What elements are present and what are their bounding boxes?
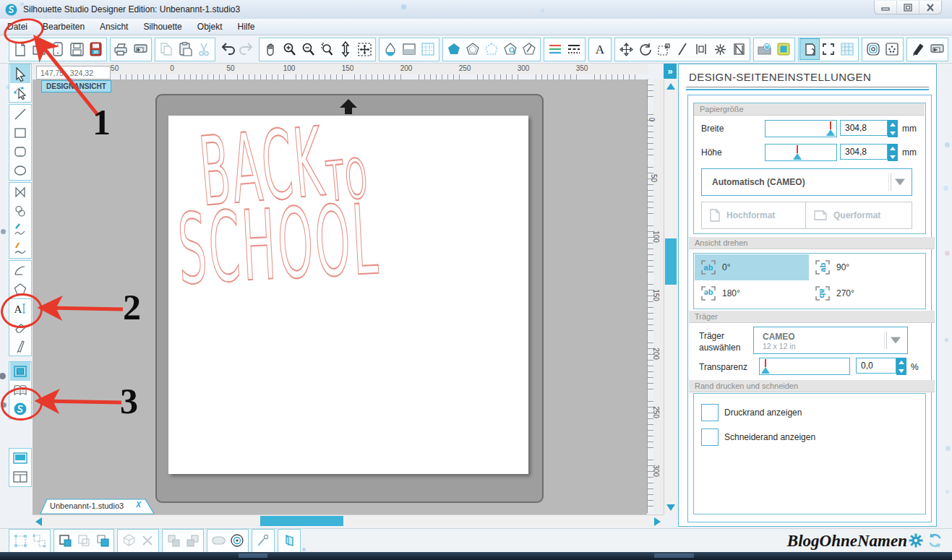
- cut-border-checkbox[interactable]: [701, 428, 719, 446]
- registration-marks-icon[interactable]: [819, 39, 838, 59]
- offset-icon[interactable]: [864, 39, 883, 59]
- save-button[interactable]: [67, 39, 86, 59]
- rotate-270-button[interactable]: ab 270°: [809, 280, 923, 306]
- text-style-icon[interactable]: A: [591, 39, 609, 59]
- cut-button[interactable]: [194, 39, 213, 59]
- menu-objekt[interactable]: Objekt: [197, 20, 231, 33]
- open-library-button[interactable]: [48, 39, 67, 59]
- sketch-spray-icon[interactable]: [254, 530, 273, 551]
- print-border-checkbox[interactable]: [701, 404, 719, 421]
- split-view-tool[interactable]: [10, 468, 30, 486]
- curve-tool[interactable]: [10, 202, 30, 220]
- page-color-icon[interactable]: [400, 39, 419, 59]
- rhinestone-dots-icon[interactable]: [883, 39, 901, 59]
- scale-icon[interactable]: [654, 39, 673, 59]
- pan-icon[interactable]: [261, 39, 280, 59]
- vertical-scroll-thumb[interactable]: [665, 238, 677, 285]
- freehand-tool[interactable]: [10, 220, 30, 239]
- zoom-in-icon[interactable]: [280, 39, 299, 59]
- send-to-cut-icon[interactable]: [927, 39, 946, 59]
- bring-forward-icon[interactable]: [183, 530, 202, 551]
- horizontal-scrollbar[interactable]: [33, 514, 664, 527]
- rhinestone-icon[interactable]: [482, 39, 501, 59]
- zoom-scale-icon[interactable]: [336, 39, 355, 59]
- height-value-input[interactable]: 304,8: [840, 144, 888, 160]
- width-slider[interactable]: [765, 120, 837, 137]
- fit-to-page-icon[interactable]: [355, 39, 374, 59]
- menu-bearbeiten[interactable]: Bearbeiten: [43, 20, 93, 33]
- zoom-selection-icon[interactable]: [317, 39, 336, 59]
- pattern-icon[interactable]: [501, 39, 520, 59]
- rounded-rectangle-tool[interactable]: [10, 142, 30, 161]
- polygon-tool[interactable]: [10, 183, 30, 202]
- send-to-silhouette-button[interactable]: [131, 39, 150, 59]
- emboss-icon[interactable]: [463, 39, 482, 59]
- delete-icon[interactable]: [138, 530, 157, 551]
- rotate-90-button[interactable]: ab 90°: [809, 254, 923, 280]
- group-icon[interactable]: [11, 530, 30, 551]
- select-tool[interactable]: [10, 64, 30, 83]
- scroll-up-arrow[interactable]: [666, 83, 675, 90]
- height-spinner[interactable]: [888, 144, 898, 161]
- menu-silhouette[interactable]: Silhouette: [143, 20, 189, 33]
- grid-settings-icon[interactable]: [419, 39, 437, 59]
- sync-icon[interactable]: [927, 533, 943, 548]
- pixscan-icon[interactable]: M: [755, 39, 774, 59]
- menu-ansicht[interactable]: Ansicht: [100, 20, 136, 33]
- maximize-button[interactable]: [896, 1, 919, 14]
- width-spinner[interactable]: [888, 120, 898, 137]
- offset-concentric-icon[interactable]: [228, 530, 246, 551]
- open-document-button[interactable]: [30, 39, 48, 59]
- document-tab[interactable]: Unbenannt-1.studio3 X: [40, 499, 155, 514]
- shadow-3d-icon[interactable]: [119, 530, 138, 551]
- line-style-icon[interactable]: [565, 39, 583, 59]
- landscape-button[interactable]: Querformat: [805, 202, 912, 229]
- tab-close-icon[interactable]: X: [136, 501, 141, 509]
- line-tool[interactable]: [10, 105, 30, 124]
- scroll-left-arrow[interactable]: [35, 517, 42, 526]
- cutout-icon[interactable]: [520, 39, 539, 59]
- portrait-button[interactable]: Hochformat: [701, 202, 806, 229]
- weld-icon[interactable]: [209, 530, 228, 551]
- redo-button[interactable]: [237, 39, 256, 59]
- horizontal-scroll-thumb[interactable]: [260, 516, 343, 526]
- smooth-freehand-tool[interactable]: [10, 239, 30, 258]
- knife-tool[interactable]: [10, 337, 30, 356]
- ellipse-tool[interactable]: [10, 161, 30, 180]
- single-view-tool[interactable]: [10, 449, 30, 468]
- menu-hilfe[interactable]: Hilfe: [237, 20, 262, 33]
- rotate-180-button[interactable]: qe 180°: [695, 280, 809, 306]
- fill-shape-icon[interactable]: [445, 39, 463, 59]
- settings-gear-icon[interactable]: [908, 533, 924, 548]
- panel-expand-button[interactable]: »: [664, 64, 677, 79]
- print-button[interactable]: [112, 39, 131, 59]
- mat-dropdown[interactable]: CAMEO 12 x 12 in: [753, 327, 908, 354]
- transparency-spinner[interactable]: [896, 358, 906, 375]
- copy-button[interactable]: [157, 39, 176, 59]
- grid-icon[interactable]: [838, 39, 857, 59]
- scroll-down-arrow[interactable]: [666, 504, 675, 511]
- save-to-library-button[interactable]: 3D: [86, 39, 105, 59]
- transparency-slider[interactable]: [759, 358, 850, 375]
- fill-color-icon[interactable]: [381, 39, 400, 59]
- nest-icon[interactable]: [729, 39, 748, 59]
- point-edit-tool[interactable]: [10, 83, 30, 102]
- width-value-input[interactable]: 304,8: [840, 120, 888, 136]
- arc-tool[interactable]: [10, 261, 30, 280]
- zoom-out-icon[interactable]: [299, 39, 317, 59]
- design-page-settings-button[interactable]: [800, 39, 819, 59]
- bring-to-front-icon[interactable]: [93, 530, 112, 551]
- rotate-icon[interactable]: [635, 39, 654, 59]
- vertical-scrollbar[interactable]: [664, 79, 677, 514]
- design-page[interactable]: BACK TO SCHOOL: [168, 116, 528, 474]
- replicate-icon[interactable]: [711, 39, 729, 59]
- height-slider[interactable]: [765, 144, 837, 161]
- mirror-3d-icon[interactable]: [280, 530, 299, 551]
- trace-icon[interactable]: [774, 39, 793, 59]
- ungroup-icon[interactable]: [30, 530, 48, 551]
- artwork-back-to-school[interactable]: BACK TO SCHOOL: [168, 116, 528, 474]
- paper-preset-dropdown[interactable]: Automatisch (CAMEO): [701, 168, 912, 196]
- sketch-pen-icon[interactable]: [909, 39, 927, 59]
- line-color-icon[interactable]: [546, 39, 565, 59]
- transparency-value-input[interactable]: 0,0: [856, 358, 896, 374]
